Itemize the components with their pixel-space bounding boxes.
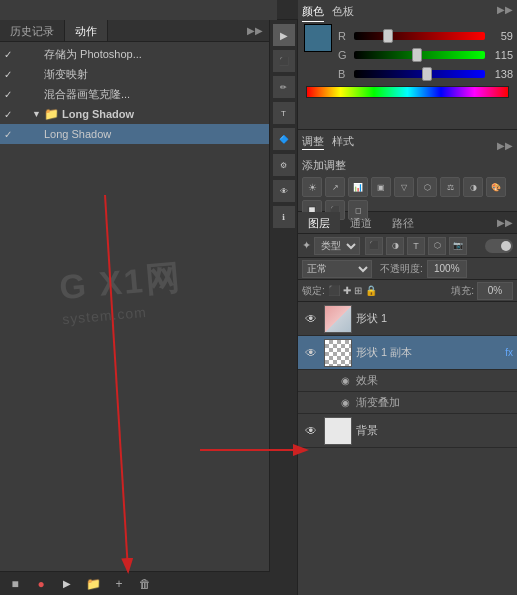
adj-curves-icon[interactable]: ↗: [325, 177, 345, 197]
b-label: B: [338, 68, 350, 80]
layer-item-shape1-copy[interactable]: 👁 形状 1 副本 fx: [298, 336, 517, 370]
check-icon: ✓: [4, 49, 18, 60]
mid-btn-7[interactable]: 👁: [273, 180, 295, 202]
layer-visibility-bg-icon[interactable]: 👁: [302, 422, 320, 440]
stop-button[interactable]: ■: [6, 575, 24, 593]
adj-brightness-icon[interactable]: ☀: [302, 177, 322, 197]
action-label: 渐变映射: [44, 67, 265, 82]
left-panel: 历史记录 动作 ▶▶ ✓ 存储为 Photoshop... ✓ 渐变映射 ✓ 混…: [0, 20, 270, 595]
filter-text-icon[interactable]: T: [407, 237, 425, 255]
b-value: 138: [489, 68, 513, 80]
color-panel-arrow[interactable]: ▶▶: [497, 4, 513, 22]
layer-name-shape1: 形状 1: [356, 311, 513, 326]
action-item[interactable]: ✓ 存储为 Photoshop...: [0, 44, 269, 64]
layers-tabs-row: 图层 通道 路径 ▶▶: [298, 212, 517, 234]
new-set-button[interactable]: 📁: [84, 575, 102, 593]
new-icon: +: [115, 577, 122, 591]
sub-layer-effects[interactable]: ◉ 效果: [298, 370, 517, 392]
play-button[interactable]: ▶: [58, 575, 76, 593]
fill-input[interactable]: [477, 282, 513, 300]
check-icon: ✓: [4, 109, 18, 120]
action-toolbar: ■ ● ▶ 📁 + 🗑: [0, 571, 270, 595]
filter-smart-icon[interactable]: 📷: [449, 237, 467, 255]
blend-mode-select[interactable]: 正常: [302, 260, 372, 278]
action-item[interactable]: ✓ 混合器画笔克隆...: [0, 84, 269, 104]
filter-toggle[interactable]: [485, 239, 513, 253]
delete-button[interactable]: 🗑: [136, 575, 154, 593]
filter-type-select[interactable]: 类型: [314, 237, 360, 255]
adj-hue-icon[interactable]: ⬡: [417, 177, 437, 197]
mid-btn-2[interactable]: ⬛: [273, 50, 295, 72]
adj-blackwhite-icon[interactable]: ◑: [463, 177, 483, 197]
r-label: R: [338, 30, 350, 42]
sub-visibility-icon[interactable]: ◉: [338, 374, 352, 388]
layer-fx-badge: fx: [505, 347, 513, 358]
mid-btn-6[interactable]: ⚙: [273, 154, 295, 176]
g-value: 115: [489, 49, 513, 61]
stop-icon: ■: [11, 577, 18, 591]
panel-menu-arrow[interactable]: ▶▶: [241, 20, 269, 41]
mid-panel: ▶ ⬛ ✏ T 🔷 ⚙ 👁 ℹ: [270, 20, 298, 595]
record-icon: ●: [37, 577, 44, 591]
tab-color[interactable]: 颜色: [302, 4, 324, 22]
lock-row: 锁定: ⬛ ✚ ⊞ 🔒 填充:: [298, 280, 517, 302]
mid-btn-5[interactable]: 🔷: [273, 128, 295, 150]
tab-layers[interactable]: 图层: [298, 212, 340, 233]
tab-swatches[interactable]: 色板: [332, 4, 354, 22]
mid-btn-4[interactable]: T: [273, 102, 295, 124]
sub-visibility-icon2[interactable]: ◉: [338, 396, 352, 410]
b-slider[interactable]: [354, 70, 485, 78]
filter-shape-icon[interactable]: ⬡: [428, 237, 446, 255]
action-label-long-shadow-sub: Long Shadow: [44, 128, 265, 140]
play-icon: ▶: [63, 578, 71, 589]
mid-btn-play[interactable]: ▶: [273, 24, 295, 46]
filter-pixel-icon[interactable]: ⬛: [365, 237, 383, 255]
lock-all-icon[interactable]: 🔒: [365, 285, 377, 296]
adj-exposure-icon[interactable]: ▣: [371, 177, 391, 197]
tab-actions[interactable]: 动作: [65, 20, 108, 41]
tab-adjustments[interactable]: 调整: [302, 134, 324, 150]
adj-levels-icon[interactable]: 📊: [348, 177, 368, 197]
layer-thumbnail-shape1-copy: [324, 339, 352, 367]
layer-visibility-icon[interactable]: 👁: [302, 310, 320, 328]
g-slider[interactable]: [354, 51, 485, 59]
trash-icon: 🗑: [139, 577, 151, 591]
layer-visibility-icon[interactable]: 👁: [302, 344, 320, 362]
adj-colorbalance-icon[interactable]: ⚖: [440, 177, 460, 197]
expand-arrow-icon[interactable]: ▼: [32, 109, 44, 119]
color-spectrum[interactable]: [306, 86, 509, 98]
filter-adjust-icon[interactable]: ◑: [386, 237, 404, 255]
adj-panel-arrow[interactable]: ▶▶: [497, 140, 513, 151]
layer-item-background[interactable]: 👁 背景: [298, 414, 517, 448]
action-item-long-shadow-selected[interactable]: ✓ Long Shadow: [0, 124, 269, 144]
tab-history[interactable]: 历史记录: [0, 20, 65, 41]
lock-pixel-icon[interactable]: ⬛: [328, 285, 340, 296]
right-panel: 颜色 色板 ▶▶ R 59 G 115 B: [298, 0, 517, 595]
opacity-input[interactable]: [427, 260, 467, 278]
action-item-long-shadow-folder[interactable]: ✓ ▼ 📁 Long Shadow: [0, 104, 269, 124]
r-slider[interactable]: [354, 32, 485, 40]
adj-vibrance-icon[interactable]: ▽: [394, 177, 414, 197]
action-item[interactable]: ✓ 渐变映射: [0, 64, 269, 84]
sub-layer-gradient-overlay[interactable]: ◉ 渐变叠加: [298, 392, 517, 414]
color-row-g: G 115: [338, 47, 513, 63]
folder-icon: 📁: [44, 107, 59, 121]
layers-section: 图层 通道 路径 ▶▶ ✦ 类型 ⬛ ◑ T ⬡ 📷 正常 不透: [298, 212, 517, 448]
lock-position-icon[interactable]: ✚: [343, 285, 351, 296]
layers-panel-arrow[interactable]: ▶▶: [493, 212, 517, 233]
tab-styles[interactable]: 样式: [332, 134, 354, 150]
tab-paths[interactable]: 路径: [382, 212, 424, 233]
adj-photofilter-icon[interactable]: 🎨: [486, 177, 506, 197]
new-action-button[interactable]: +: [110, 575, 128, 593]
tab-channels[interactable]: 通道: [340, 212, 382, 233]
opacity-label: 不透明度:: [380, 262, 423, 276]
record-button[interactable]: ●: [32, 575, 50, 593]
color-preview[interactable]: [304, 24, 332, 52]
lock-artboard-icon[interactable]: ⊞: [354, 285, 362, 296]
mid-btn-8[interactable]: ℹ: [273, 206, 295, 228]
filter-type-icon: ✦: [302, 239, 311, 252]
mid-btn-3[interactable]: ✏: [273, 76, 295, 98]
layer-name-background: 背景: [356, 423, 513, 438]
layer-item-shape1[interactable]: 👁 形状 1: [298, 302, 517, 336]
layer-thumbnail-bg: [324, 417, 352, 445]
